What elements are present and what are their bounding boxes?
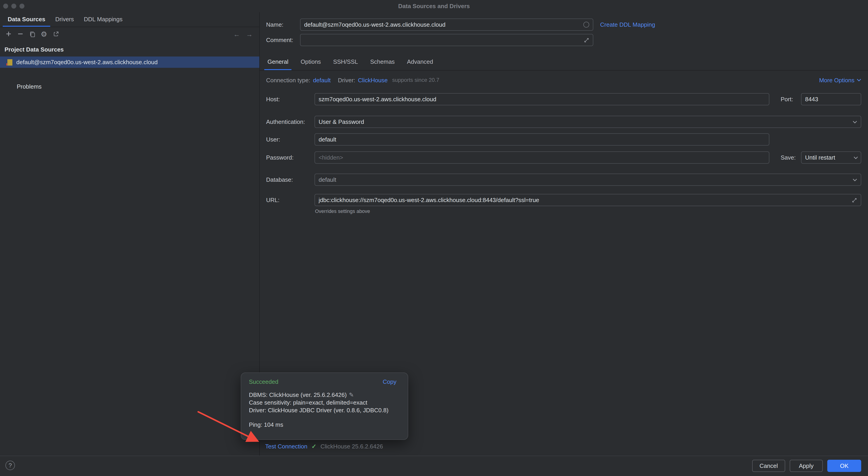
- database-dropdown[interactable]: default: [314, 174, 861, 186]
- case-sensitivity-line: Case sensitivity: plain=exact, delimited…: [249, 399, 367, 406]
- status-text: Succeeded: [249, 378, 278, 385]
- tab-schemas-label: Schemas: [370, 58, 395, 65]
- user-value: default: [319, 136, 765, 143]
- tabs-divider: [260, 70, 868, 70]
- create-ddl-mapping-link[interactable]: Create DDL Mapping: [600, 19, 655, 31]
- test-connection-link[interactable]: Test Connection: [265, 443, 307, 449]
- test-connection-row: Test Connection ✓ ClickHouse 25.6.2.6426: [265, 442, 383, 451]
- user-input[interactable]: default: [314, 133, 769, 145]
- tab-advanced-label: Advanced: [407, 58, 433, 65]
- export-button[interactable]: [51, 29, 61, 39]
- window-title: Data Sources and Drivers: [0, 0, 868, 12]
- comment-input[interactable]: [300, 34, 593, 46]
- apply-button[interactable]: Apply: [790, 460, 823, 472]
- add-data-source-button[interactable]: [4, 29, 13, 39]
- authentication-dropdown[interactable]: User & Password: [314, 116, 861, 128]
- status-circle-icon: [583, 22, 589, 28]
- tab-general[interactable]: General: [264, 54, 292, 70]
- host-input[interactable]: szm7oqed0o.us-west-2.aws.clickhouse.clou…: [314, 93, 769, 105]
- name-value: default@szm7oqed0o.us-west-2.aws.clickho…: [304, 21, 583, 28]
- ok-button[interactable]: OK: [827, 460, 861, 472]
- duplicate-button[interactable]: [27, 29, 37, 39]
- expand-icon[interactable]: [584, 37, 589, 43]
- save-label: Save:: [781, 151, 796, 164]
- password-value: <hidden>: [319, 154, 765, 161]
- expand-icon[interactable]: [852, 197, 857, 203]
- ok-button-label: OK: [840, 463, 848, 469]
- tab-general-label: General: [268, 58, 288, 65]
- driver-label: Driver:: [338, 77, 355, 83]
- name-input[interactable]: default@szm7oqed0o.us-west-2.aws.clickho…: [300, 19, 593, 31]
- url-input[interactable]: jdbc:clickhouse://szm7oqed0o.us-west-2.a…: [314, 194, 861, 206]
- data-source-list-item[interactable]: default@szm7oqed0o.us-west-2.aws.clickho…: [0, 57, 259, 68]
- connection-type-label: Connection type:: [266, 77, 310, 83]
- gear-icon: ⚙: [41, 30, 47, 38]
- port-label: Port:: [781, 93, 793, 105]
- test-result-text: ClickHouse 25.6.2.6426: [320, 443, 383, 449]
- cancel-button-label: Cancel: [760, 463, 778, 469]
- save-dropdown[interactable]: Until restart: [801, 151, 861, 164]
- settings-button[interactable]: ⚙: [39, 29, 49, 39]
- forward-button[interactable]: →: [244, 29, 254, 39]
- tab-options[interactable]: Options: [298, 54, 324, 70]
- dbms-line: DBMS: ClickHouse (ver. 25.6.2.6426)✎: [249, 392, 354, 398]
- comment-label: Comment:: [266, 34, 293, 46]
- tab-ddl-mappings[interactable]: DDL Mappings: [79, 12, 128, 27]
- more-options-label: More Options: [819, 77, 855, 83]
- port-input[interactable]: 8443: [801, 93, 861, 105]
- url-label: URL:: [266, 194, 279, 206]
- left-tabs-divider: [0, 27, 259, 27]
- user-label: User:: [266, 133, 280, 145]
- password-label: Password:: [266, 151, 293, 164]
- help-button[interactable]: ?: [5, 461, 15, 470]
- port-value: 8443: [805, 96, 857, 103]
- name-label: Name:: [266, 19, 283, 31]
- clickhouse-icon: [6, 59, 12, 65]
- tab-drivers[interactable]: Drivers: [50, 12, 79, 27]
- tab-drivers-label: Drivers: [55, 15, 74, 22]
- data-source-name: default@szm7oqed0o.us-west-2.aws.clickho…: [16, 59, 158, 66]
- data-sources-dialog-window: Data Sources and Drivers Data Sources Dr…: [0, 0, 868, 476]
- tab-options-label: Options: [301, 58, 321, 65]
- tab-data-sources-label: Data Sources: [8, 15, 45, 22]
- save-value: Until restart: [805, 154, 854, 161]
- bottom-bar: [0, 456, 868, 476]
- chevron-down-icon: [852, 121, 857, 123]
- copy-link[interactable]: Copy: [383, 378, 397, 385]
- remove-data-source-button[interactable]: [16, 29, 25, 39]
- tab-data-sources[interactable]: Data Sources: [3, 12, 50, 27]
- driver-line: Driver: ClickHouse JDBC Driver (ver. 0.8…: [249, 407, 389, 414]
- password-input[interactable]: <hidden>: [314, 151, 769, 164]
- more-options-link[interactable]: More Options: [819, 75, 861, 84]
- connection-type-row: Connection type: default Driver: ClickHo…: [266, 75, 439, 84]
- dbms-line-text: DBMS: ClickHouse (ver. 25.6.2.6426): [249, 392, 347, 398]
- driver-value[interactable]: ClickHouse: [358, 77, 388, 83]
- minus-icon: [17, 31, 24, 37]
- host-value: szm7oqed0o.us-west-2.aws.clickhouse.clou…: [319, 96, 765, 103]
- driver-note: supports since 20.7: [392, 77, 439, 83]
- tab-ssh-ssl-label: SSH/SSL: [333, 58, 358, 65]
- tab-ddl-mappings-label: DDL Mappings: [84, 15, 123, 22]
- problems-section-label[interactable]: Problems: [17, 83, 42, 90]
- database-label: Database:: [266, 174, 293, 186]
- annotation-arrow: [192, 406, 267, 447]
- tab-ssh-ssl[interactable]: SSH/SSL: [330, 54, 361, 70]
- authentication-label: Authentication:: [266, 116, 305, 128]
- chevron-down-icon: [854, 156, 858, 159]
- pencil-icon[interactable]: ✎: [349, 392, 354, 398]
- back-button[interactable]: ←: [232, 29, 242, 39]
- success-check-icon: ✓: [311, 443, 316, 449]
- connection-type-value[interactable]: default: [313, 77, 331, 83]
- export-icon: [52, 31, 59, 37]
- url-note: Overrides settings above: [315, 208, 370, 214]
- database-value: default: [319, 176, 852, 183]
- chevron-down-icon: [852, 178, 857, 181]
- tab-schemas[interactable]: Schemas: [367, 54, 398, 70]
- url-value: jdbc:clickhouse://szm7oqed0o.us-west-2.a…: [319, 197, 852, 203]
- cancel-button[interactable]: Cancel: [752, 460, 785, 472]
- connection-tabs: General Options SSH/SSL Schemas Advanced: [264, 54, 442, 70]
- apply-button-label: Apply: [799, 463, 813, 469]
- titlebar: Data Sources and Drivers: [0, 0, 868, 12]
- project-data-sources-header: Project Data Sources: [4, 46, 64, 53]
- tab-advanced[interactable]: Advanced: [404, 54, 436, 70]
